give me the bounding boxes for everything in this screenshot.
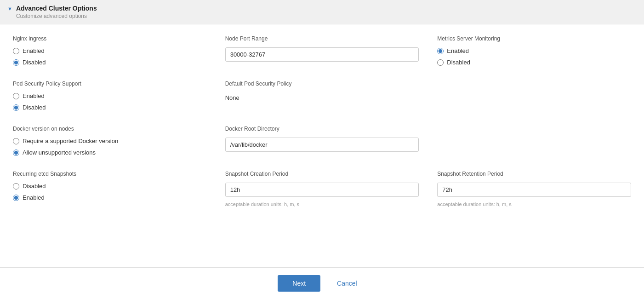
psp-disabled-radio[interactable]: Disabled (13, 104, 207, 111)
node-port-range-group: Node Port Range (225, 35, 419, 68)
cancel-button[interactable]: Cancel (328, 275, 366, 292)
panel-header: ▼ Advanced Cluster Options Customize adv… (0, 0, 644, 24)
metrics-server-label: Metrics Server Monitoring (437, 35, 631, 42)
nginx-ingress-label: Nginx Ingress (13, 35, 207, 42)
psp-enabled-radio[interactable]: Enabled (13, 92, 207, 99)
snapshot-retention-label: Snapshot Retention Period (437, 171, 631, 177)
empty-col-2 (437, 126, 631, 158)
snapshot-creation-input[interactable] (225, 183, 419, 197)
docker-supported-input[interactable] (13, 138, 19, 144)
docker-version-label: Docker version on nodes (13, 126, 207, 132)
docker-root-input[interactable] (225, 138, 419, 152)
docker-unsupported-radio[interactable]: Allow unsupported versions (13, 149, 207, 156)
row-2: Pod Security Policy Support Enabled Disa… (13, 80, 631, 113)
etcd-enabled-radio[interactable]: Enabled (13, 194, 207, 201)
docker-root-group: Docker Root Directory (225, 126, 419, 158)
page-container: ▼ Advanced Cluster Options Customize adv… (0, 0, 644, 299)
snapshot-retention-group: Snapshot Retention Period acceptable dur… (437, 171, 631, 207)
next-button[interactable]: Next (278, 275, 320, 292)
nginx-enabled-radio[interactable]: Enabled (13, 47, 207, 54)
etcd-enabled-label: Enabled (23, 194, 45, 201)
metrics-enabled-radio[interactable]: Enabled (437, 47, 631, 54)
snapshot-creation-label: Snapshot Creation Period (225, 171, 419, 177)
metrics-server-group: Metrics Server Monitoring Enabled Disabl… (437, 35, 631, 68)
row-3: Docker version on nodes Require a suppor… (13, 126, 631, 158)
snapshot-retention-input[interactable] (437, 183, 631, 197)
node-port-range-input[interactable] (225, 47, 419, 62)
psp-enabled-input[interactable] (13, 93, 19, 99)
snapshot-creation-group: Snapshot Creation Period acceptable dura… (225, 171, 419, 207)
metrics-disabled-radio[interactable]: Disabled (437, 59, 631, 66)
recurring-etcd-group: Recurring etcd Snapshots Disabled Enable… (13, 171, 207, 207)
docker-root-label: Docker Root Directory (225, 126, 419, 132)
nginx-enabled-input[interactable] (13, 48, 19, 54)
etcd-disabled-input[interactable] (13, 183, 19, 190)
docker-unsupported-label: Allow unsupported versions (23, 149, 96, 156)
default-pod-security-label: Default Pod Security Policy (225, 80, 419, 87)
recurring-etcd-label: Recurring etcd Snapshots (13, 171, 207, 177)
nginx-ingress-group: Nginx Ingress Enabled Disabled (13, 35, 207, 68)
node-port-range-label: Node Port Range (225, 35, 419, 42)
metrics-disabled-input[interactable] (437, 59, 444, 66)
footer: Next Cancel (0, 267, 644, 299)
psp-enabled-label: Enabled (23, 92, 45, 99)
etcd-disabled-radio[interactable]: Disabled (13, 183, 207, 190)
panel-content: Nginx Ingress Enabled Disabled Node Port… (0, 24, 644, 267)
etcd-disabled-label: Disabled (23, 183, 46, 190)
pod-security-policy-group: Pod Security Policy Support Enabled Disa… (13, 80, 207, 113)
empty-col-1 (437, 80, 631, 113)
metrics-enabled-label: Enabled (447, 47, 469, 54)
docker-unsupported-input[interactable] (13, 150, 19, 156)
nginx-disabled-input[interactable] (13, 59, 19, 66)
metrics-enabled-input[interactable] (437, 48, 444, 54)
psp-disabled-input[interactable] (13, 104, 19, 111)
row-4: Recurring etcd Snapshots Disabled Enable… (13, 171, 631, 207)
nginx-disabled-label: Disabled (23, 59, 46, 66)
nginx-enabled-label: Enabled (23, 47, 45, 54)
default-pod-security-group: Default Pod Security Policy None (225, 80, 419, 113)
panel-header-text: Advanced Cluster Options Customize advan… (16, 5, 97, 19)
psp-disabled-label: Disabled (23, 104, 46, 111)
snapshot-creation-hint: acceptable duration units: h, m, s (225, 201, 419, 207)
nginx-disabled-radio[interactable]: Disabled (13, 59, 207, 66)
etcd-enabled-input[interactable] (13, 195, 19, 201)
docker-version-group: Docker version on nodes Require a suppor… (13, 126, 207, 158)
default-pod-security-value: None (225, 92, 419, 103)
snapshot-retention-hint: acceptable duration units: h, m, s (437, 201, 631, 207)
row-1: Nginx Ingress Enabled Disabled Node Port… (13, 35, 631, 68)
pod-security-policy-label: Pod Security Policy Support (13, 80, 207, 87)
panel-title: Advanced Cluster Options (16, 5, 97, 12)
panel-subtitle: Customize advanced options (16, 13, 97, 19)
chevron-icon: ▼ (7, 6, 12, 12)
metrics-disabled-label: Disabled (447, 59, 470, 66)
docker-supported-label: Require a supported Docker version (23, 138, 118, 144)
docker-supported-radio[interactable]: Require a supported Docker version (13, 138, 207, 144)
